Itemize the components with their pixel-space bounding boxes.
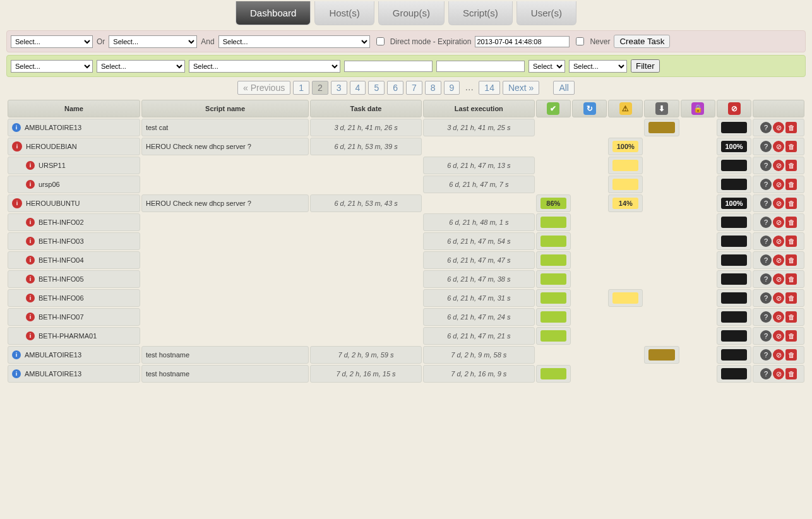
block-icon[interactable]: ⊘: [773, 349, 784, 361]
help-icon[interactable]: ?: [760, 273, 772, 285]
tab-users[interactable]: User(s): [516, 1, 576, 25]
page-4[interactable]: 4: [350, 81, 366, 95]
col-status-down[interactable]: ⬇: [644, 100, 679, 117]
filter-select-3[interactable]: Select...: [189, 60, 340, 73]
filter-select-5[interactable]: Select...: [569, 60, 627, 73]
page-3[interactable]: 3: [331, 81, 347, 95]
never-checkbox[interactable]: [576, 37, 584, 45]
trash-icon[interactable]: 🗑: [785, 368, 797, 379]
page-14[interactable]: 14: [479, 81, 500, 95]
cell-name[interactable]: iURSP11: [8, 157, 140, 174]
filter-select-1[interactable]: Select...: [11, 60, 93, 73]
toolbar-select-1[interactable]: Select...: [11, 35, 93, 48]
cell-name[interactable]: iursp06: [8, 176, 140, 193]
filter-select-4[interactable]: Select...: [528, 60, 565, 73]
cell-name[interactable]: iAMBULATOIRE13: [8, 365, 140, 383]
trash-icon[interactable]: 🗑: [785, 349, 797, 361]
cell-name[interactable]: iHEROUDEBIAN: [8, 138, 140, 155]
expiration-input[interactable]: [475, 36, 570, 47]
col-status-warn[interactable]: ⚠: [608, 100, 643, 117]
cell-task-date: [310, 213, 422, 231]
tab-dashboard[interactable]: Dashboard: [236, 1, 311, 25]
block-icon[interactable]: ⊘: [773, 217, 784, 228]
block-icon[interactable]: ⊘: [773, 292, 784, 304]
trash-icon[interactable]: 🗑: [785, 292, 797, 304]
help-icon[interactable]: ?: [760, 160, 772, 171]
tab-scripts[interactable]: Script(s): [448, 1, 513, 25]
page-6[interactable]: 6: [387, 81, 403, 95]
page-7[interactable]: 7: [406, 81, 422, 95]
trash-icon[interactable]: 🗑: [785, 254, 797, 266]
help-icon[interactable]: ?: [760, 122, 772, 133]
filter-select-2[interactable]: Select...: [97, 60, 185, 73]
col-status-block[interactable]: ⊘: [717, 100, 751, 117]
cell-name[interactable]: iAMBULATOIRE13: [8, 119, 140, 136]
block-icon[interactable]: ⊘: [773, 179, 784, 190]
trash-icon[interactable]: 🗑: [785, 330, 797, 342]
help-icon[interactable]: ?: [760, 217, 772, 228]
tab-groups[interactable]: Group(s): [378, 1, 445, 25]
filter-text-2[interactable]: [436, 61, 525, 72]
cell-name[interactable]: iBETH-INFO06: [8, 289, 140, 307]
page-2[interactable]: 2: [312, 81, 328, 95]
block-icon[interactable]: ⊘: [773, 368, 784, 379]
page-9[interactable]: 9: [444, 81, 460, 95]
cell-name[interactable]: iBETH-INFO02: [8, 213, 140, 231]
block-icon[interactable]: ⊘: [773, 311, 784, 323]
help-icon[interactable]: ?: [760, 349, 772, 361]
page-1[interactable]: 1: [293, 81, 309, 95]
trash-icon[interactable]: 🗑: [785, 122, 797, 133]
trash-icon[interactable]: 🗑: [785, 198, 797, 209]
col-status-lock[interactable]: 🔒: [681, 100, 715, 117]
trash-icon[interactable]: 🗑: [785, 273, 797, 285]
help-icon[interactable]: ?: [760, 368, 772, 379]
help-icon[interactable]: ?: [760, 179, 772, 190]
trash-icon[interactable]: 🗑: [785, 217, 797, 228]
page-all[interactable]: All: [553, 81, 575, 95]
tab-hosts[interactable]: Host(s): [314, 1, 374, 25]
trash-icon[interactable]: 🗑: [785, 311, 797, 323]
cell-name[interactable]: iBETH-INFO07: [8, 308, 140, 326]
trash-icon[interactable]: 🗑: [785, 236, 797, 247]
block-icon[interactable]: ⊘: [773, 273, 784, 285]
trash-icon[interactable]: 🗑: [785, 179, 797, 190]
block-icon[interactable]: ⊘: [773, 141, 784, 152]
block-icon[interactable]: ⊘: [773, 122, 784, 133]
col-last-exec[interactable]: Last execution: [423, 100, 535, 117]
cell-name[interactable]: iBETH-INFO03: [8, 232, 140, 250]
filter-text-1[interactable]: [344, 61, 433, 72]
help-icon[interactable]: ?: [760, 236, 772, 247]
filter-button[interactable]: Filter: [631, 59, 660, 73]
help-icon[interactable]: ?: [760, 141, 772, 152]
cell-name[interactable]: iBETH-INFO05: [8, 270, 140, 288]
cell-name[interactable]: iHEROUUBUNTU: [8, 194, 140, 212]
block-icon[interactable]: ⊘: [773, 330, 784, 342]
page-5[interactable]: 5: [368, 81, 385, 95]
page-8[interactable]: 8: [425, 81, 441, 95]
page-next[interactable]: Next »: [503, 81, 539, 95]
col-status-ok[interactable]: ✔: [536, 100, 571, 117]
create-task-button[interactable]: Create Task: [614, 35, 670, 48]
help-icon[interactable]: ?: [760, 292, 772, 304]
col-status-refresh[interactable]: ↻: [572, 100, 607, 117]
help-icon[interactable]: ?: [760, 198, 772, 209]
cell-name[interactable]: iAMBULATOIRE13: [8, 346, 140, 364]
direct-mode-checkbox[interactable]: [376, 37, 385, 45]
page-prev[interactable]: « Previous: [237, 81, 290, 95]
block-icon[interactable]: ⊘: [773, 254, 784, 266]
toolbar-select-2[interactable]: Select...: [109, 35, 197, 48]
col-script[interactable]: Script name: [141, 100, 309, 117]
help-icon[interactable]: ?: [760, 330, 772, 342]
cell-name[interactable]: iBETH-INFO04: [8, 251, 140, 269]
help-icon[interactable]: ?: [760, 311, 772, 323]
help-icon[interactable]: ?: [760, 254, 772, 266]
col-name[interactable]: Name: [8, 100, 140, 117]
block-icon[interactable]: ⊘: [773, 236, 784, 247]
trash-icon[interactable]: 🗑: [785, 160, 797, 171]
block-icon[interactable]: ⊘: [773, 198, 784, 209]
trash-icon[interactable]: 🗑: [785, 141, 797, 152]
cell-name[interactable]: iBETH-PHARMA01: [8, 327, 140, 345]
toolbar-select-3[interactable]: Select...: [218, 35, 370, 48]
block-icon[interactable]: ⊘: [773, 160, 784, 171]
col-task-date[interactable]: Task date: [310, 100, 422, 117]
